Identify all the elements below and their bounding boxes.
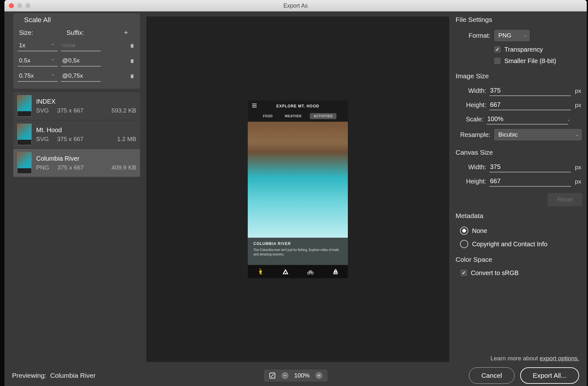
asset-item-columbia-river[interactable]: Columbia River PNG 375 x 667 409.9 KB <box>13 149 140 177</box>
asset-filesize: 1.2 MB <box>117 136 136 143</box>
suffix-input[interactable] <box>61 40 101 51</box>
hamburger-icon <box>252 104 257 107</box>
canvas-size-title: Canvas Size <box>456 149 582 156</box>
resample-value: Bicubic <box>498 131 518 138</box>
width-input[interactable] <box>489 86 571 96</box>
file-settings-title: File Settings <box>456 16 582 23</box>
right-panel: File Settings Format: PNG ⌄ Transparency… <box>456 13 584 365</box>
learn-more-row: Learn more about export options. <box>456 347 582 365</box>
delete-row-icon[interactable] <box>129 42 136 49</box>
scale-label: Scale: <box>456 116 483 123</box>
suffix-label: Suffix: <box>67 29 114 36</box>
scale-select[interactable]: ⌄ <box>18 70 55 82</box>
asset-format: PNG <box>36 164 49 171</box>
metadata-copyright-label: Copyright and Contact Info <box>472 241 547 248</box>
artboard-preview: EXPLORE MT. HOOD FOOD WEATHER ACTIVITIES… <box>248 100 348 278</box>
mock-bottom-nav <box>248 265 348 278</box>
resample-label: Resample: <box>456 131 490 138</box>
previewing-label: Previewing: Columbia River <box>12 372 96 379</box>
asset-filesize: 409.9 KB <box>112 164 136 171</box>
scale-row: ⌄ <box>17 53 136 68</box>
asset-item-index[interactable]: INDEX SVG 375 x 667 593.2 KB <box>13 92 140 120</box>
left-panel: Scale All Size: Suffix: + ⌄ <box>13 13 140 365</box>
suffix-input[interactable] <box>61 55 101 67</box>
window-title: Export As <box>4 3 587 9</box>
bottom-bar: Previewing: Columbia River − 100% + Canc… <box>4 365 587 386</box>
cancel-button[interactable]: Cancel <box>469 367 514 384</box>
scale-value[interactable] <box>18 55 58 67</box>
zoom-value: 100% <box>294 372 310 379</box>
canvas-height-label: Height: <box>456 178 486 185</box>
transparency-label: Transparency <box>504 46 543 53</box>
tent-icon <box>282 268 289 275</box>
delete-row-icon[interactable] <box>129 73 136 80</box>
export-as-dialog: Export As Scale All Size: Suffix: + ⌄ <box>4 0 587 386</box>
color-space-title: Color Space <box>456 256 582 263</box>
canvas-width-input[interactable] <box>489 162 571 172</box>
previewing-name: Columbia River <box>50 372 96 379</box>
asset-dims: 375 x 667 <box>57 164 103 171</box>
mock-tab-weather: WEATHER <box>281 113 305 119</box>
width-label: Width: <box>456 87 486 94</box>
asset-item-mt-hood[interactable]: Mt. Hood SVG 375 x 667 1.2 MB <box>13 120 140 148</box>
bicycle-icon <box>307 268 314 275</box>
mock-tabs: FOOD WEATHER ACTIVITIES <box>248 112 348 122</box>
canvas-height-input[interactable] <box>489 176 571 187</box>
scale-value[interactable] <box>18 70 58 82</box>
smaller-file-checkbox[interactable] <box>494 57 501 65</box>
asset-thumbnail <box>17 124 32 145</box>
scale-select[interactable]: ⌄ <box>18 55 55 67</box>
width-unit: px <box>574 87 582 94</box>
metadata-none-radio[interactable] <box>460 227 468 235</box>
scale-row: ⌄ <box>17 68 136 84</box>
fit-screen-icon[interactable] <box>269 372 276 379</box>
format-select[interactable]: PNG ⌄ <box>494 29 530 42</box>
delete-row-icon[interactable] <box>129 57 136 64</box>
asset-filesize: 593.2 KB <box>112 107 136 114</box>
scale-input[interactable] <box>487 114 568 125</box>
height-label: Height: <box>456 101 486 109</box>
title-bar: Export As <box>4 0 587 11</box>
metadata-none-label: None <box>472 227 487 235</box>
zoom-in-icon[interactable]: + <box>315 372 322 379</box>
hiker-icon <box>257 268 264 275</box>
convert-srgb-checkbox[interactable] <box>460 269 468 277</box>
export-all-button[interactable]: Export All... <box>520 367 579 384</box>
chevron-down-icon: ⌄ <box>524 33 527 38</box>
zoom-out-icon[interactable]: − <box>282 372 289 379</box>
svg-point-0 <box>307 272 310 274</box>
format-label: Format: <box>456 32 490 39</box>
mock-header: EXPLORE MT. HOOD <box>248 100 348 112</box>
mock-tab-activities: ACTIVITIES <box>310 113 336 119</box>
asset-name: Columbia River <box>36 155 136 162</box>
reset-button[interactable]: Reset <box>547 193 582 206</box>
scale-row: ⌄ <box>17 38 136 53</box>
metadata-title: Metadata <box>456 212 582 220</box>
canvas-width-label: Width: <box>456 164 486 171</box>
scale-all-title: Scale All <box>24 16 136 24</box>
image-size-title: Image Size <box>456 72 582 80</box>
resample-select[interactable]: Bicubic ⌄ <box>494 128 582 141</box>
asset-thumbnail <box>17 152 32 174</box>
preview-panel: EXPLORE MT. HOOD FOOD WEATHER ACTIVITIES… <box>146 16 449 362</box>
learn-more-link[interactable]: export options. <box>540 355 579 362</box>
mock-caption: COLUMBIA RIVER The Columbia river isn't … <box>248 238 348 265</box>
height-input[interactable] <box>489 100 571 110</box>
learn-more-prefix: Learn more about <box>490 355 540 362</box>
chevron-down-icon: ⌄ <box>576 132 579 137</box>
asset-name: INDEX <box>36 98 136 105</box>
scale-select[interactable]: ⌄ <box>18 40 55 51</box>
canvas-width-unit: px <box>574 164 582 171</box>
transparency-checkbox[interactable] <box>494 46 501 53</box>
mock-card-title: COLUMBIA RIVER <box>253 241 342 246</box>
metadata-copyright-radio[interactable] <box>460 240 468 248</box>
asset-dims: 375 x 667 <box>57 136 109 143</box>
scale-value[interactable] <box>18 40 58 51</box>
mock-title: EXPLORE MT. HOOD <box>276 104 319 108</box>
suffix-input[interactable] <box>61 70 101 82</box>
asset-list: INDEX SVG 375 x 667 593.2 KB Mt. Hood <box>13 92 140 177</box>
canvas-height-unit: px <box>574 178 582 185</box>
convert-srgb-label: Convert to sRGB <box>471 269 519 277</box>
chevron-down-icon[interactable]: ⌄ <box>567 117 570 122</box>
add-scale-icon[interactable]: + <box>124 29 128 37</box>
